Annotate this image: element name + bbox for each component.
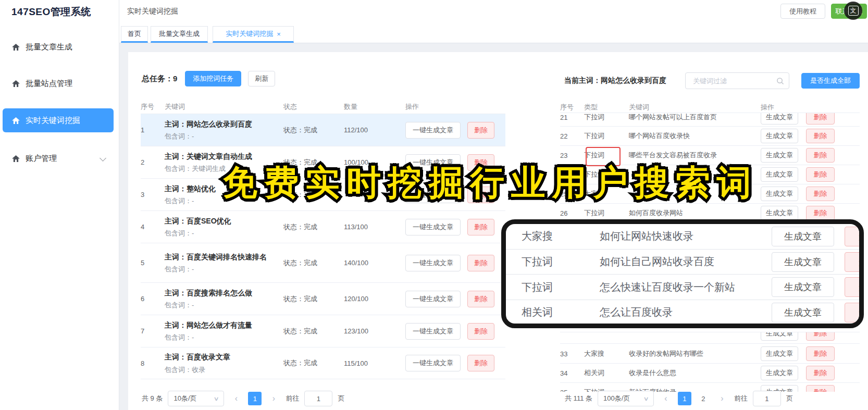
generate-article-button[interactable]: 生成文章 <box>761 366 798 380</box>
generate-article-button[interactable]: 一键生成文章 <box>405 122 461 139</box>
generate-article-button[interactable]: 一键生成文章 <box>405 219 461 235</box>
delete-button[interactable]: 删除 <box>845 252 864 272</box>
table-row[interactable]: 22 下拉词 哪个网站百度收录快 生成文章 删除 <box>560 126 860 145</box>
tab-keyword-mining[interactable]: 实时关键词挖掘 × <box>213 26 294 43</box>
delete-button[interactable]: 删除 <box>806 332 835 341</box>
delete-button[interactable]: 删除 <box>806 385 835 392</box>
delete-button[interactable]: 删除 <box>806 167 835 182</box>
task-status: 状态：完成 <box>283 358 344 368</box>
generate-article-button[interactable]: 一键生成文章 <box>405 291 461 307</box>
search-icon <box>776 77 784 87</box>
table-row[interactable]: 6 主词：百度搜索排名怎么做 包含词：- 状态：完成 120/100 一键生成文… <box>141 282 505 315</box>
generate-article-button[interactable]: 生成文章 <box>761 129 798 143</box>
prev-page-arrow[interactable]: ‹ <box>659 392 673 405</box>
delete-button[interactable]: 删除 <box>845 303 864 322</box>
next-page-arrow[interactable]: › <box>267 392 280 405</box>
delete-button[interactable]: 删除 <box>467 154 494 171</box>
generate-article-button[interactable]: 生成文章 <box>761 206 798 220</box>
sidebar-item-account[interactable]: 账户管理 <box>0 147 119 170</box>
delete-button[interactable]: 删除 <box>467 122 494 139</box>
table-row[interactable]: 2 主词：关键词文章自动生成 包含词：关键词生成 状态：完成 100/100 一… <box>141 146 505 178</box>
generate-article-button[interactable]: 一键生成文章 <box>405 154 461 171</box>
task-keyword: 主词：整站优化 <box>165 183 283 194</box>
page-number[interactable]: 1 <box>248 392 262 405</box>
delete-button[interactable]: 删除 <box>806 346 835 361</box>
delete-button[interactable]: 删除 <box>806 206 835 220</box>
table-row[interactable]: 8 主词：百度收录文章 包含词：收录 状态：完成 115/100 一键生成文章 … <box>141 347 505 379</box>
sidebar-item-keyword-mining[interactable]: 实时关键词挖掘 <box>3 108 114 132</box>
delete-button[interactable]: 删除 <box>806 187 835 201</box>
sidebar-item-site-mgmt[interactable]: 批量站点管理 <box>0 72 119 95</box>
next-page-arrow[interactable]: › <box>715 392 729 405</box>
table-row[interactable]: 生成文章 删除 <box>560 332 860 343</box>
keyword-filter-field[interactable] <box>685 72 789 89</box>
table-row[interactable]: 1 主词：网站怎么收录到百度 包含词：- 状态：完成 112/100 一键生成文… <box>141 114 505 146</box>
generate-article-button[interactable]: 一键生成文章 <box>405 323 461 340</box>
tab-home[interactable]: 首页 <box>121 26 148 43</box>
table-row[interactable]: 24 下拉词 生成文章 删除 <box>560 165 860 184</box>
topbar: 实时关键词挖掘 使用教程 联系客服 文 <box>119 0 868 22</box>
add-task-button[interactable]: 添加挖词任务 <box>185 71 241 86</box>
delete-button[interactable]: 删除 <box>806 113 835 125</box>
generate-article-button[interactable]: 一键生成文章 <box>405 355 461 371</box>
table-row[interactable]: 21 下拉词 哪个网站发帖可以上百度首页 生成文章 删除 <box>560 113 860 126</box>
page-number[interactable]: 2 <box>697 392 710 405</box>
keyword-type: 相关词 <box>522 305 600 319</box>
generate-article-button[interactable]: 生成文章 <box>772 303 834 322</box>
refresh-button[interactable]: 刷新 <box>248 71 275 86</box>
delete-button[interactable]: 删除 <box>806 129 835 143</box>
delete-button[interactable]: 删除 <box>845 277 864 297</box>
keyword-type: 下拉词 <box>584 113 629 122</box>
table-row[interactable]: 3 主词：整站优化 包含词：- 状态：完成 一键生成文章 删除 <box>141 178 505 210</box>
table-row[interactable]: 34 相关词 收录是什么意思 生成文章 删除 <box>560 363 860 382</box>
generate-article-button[interactable]: 生成文章 <box>761 148 798 163</box>
generate-all-button[interactable]: 是否生成全部 <box>801 73 860 89</box>
generate-article-button[interactable]: 生成文章 <box>761 346 798 361</box>
generate-article-button[interactable]: 生成文章 <box>761 167 798 182</box>
delete-button[interactable]: 删除 <box>845 227 864 246</box>
table-row[interactable]: 33 大家搜 收录好的发帖网站有哪些 生成文章 删除 <box>560 343 860 363</box>
task-status: 状态：完成 <box>283 294 344 304</box>
table-row[interactable]: 25 大家搜 生成文章 删除 <box>560 184 860 203</box>
caret-down-icon: ∨ <box>643 395 649 402</box>
delete-button[interactable]: 删除 <box>467 323 494 340</box>
delete-button[interactable]: 删除 <box>467 291 494 307</box>
task-status: 状态：完成 <box>283 258 344 268</box>
goto-page-input[interactable] <box>753 391 781 406</box>
goto-page-input[interactable] <box>304 391 332 406</box>
tab-article-gen[interactable]: 批量文章生成 <box>151 26 208 43</box>
tutorial-button[interactable]: 使用教程 <box>780 4 825 19</box>
delete-button[interactable]: 删除 <box>806 366 835 380</box>
delete-button[interactable]: 删除 <box>467 219 494 235</box>
table-row[interactable]: 7 主词：网站怎么做才有流量 包含词：- 状态：完成 123/100 一键生成文… <box>141 315 505 347</box>
delete-button[interactable]: 删除 <box>467 355 494 371</box>
prev-page-arrow[interactable]: ‹ <box>229 392 243 405</box>
generate-article-button[interactable]: 一键生成文章 <box>405 255 461 271</box>
keyword-text: 哪个网站发帖可以上百度首页 <box>629 113 761 122</box>
keyword-text: 如何百度收录网站 <box>629 208 761 218</box>
page-number[interactable]: 1 <box>678 392 691 405</box>
task-contains: 包含词：- <box>165 132 283 141</box>
delete-button[interactable]: 删除 <box>806 148 835 163</box>
delete-button[interactable]: 删除 <box>467 255 494 271</box>
delete-button[interactable]: 删除 <box>467 187 494 203</box>
generate-article-button[interactable]: 一键生成文章 <box>405 187 461 203</box>
close-icon[interactable]: × <box>277 30 281 38</box>
page-size-select[interactable]: 100条/页 ∨ <box>598 391 654 406</box>
page-size-select[interactable]: 10条/页 ∨ <box>168 391 224 406</box>
keyword-filter-input[interactable] <box>692 77 773 85</box>
translate-widget-icon[interactable]: 文 <box>844 2 862 20</box>
callout-row: 相关词 怎么让百度收录 生成文章 删除 <box>506 300 859 325</box>
generate-article-button[interactable]: 生成文章 <box>772 252 834 272</box>
table-row[interactable]: 4 主词：百度SEO优化 包含词：- 状态：完成 113/100 一键生成文章 … <box>141 210 505 243</box>
task-keyword: 主词：百度SEO优化 <box>165 216 283 226</box>
generate-article-button[interactable]: 生成文章 <box>761 332 798 341</box>
task-keyword: 主词：关键词文章自动生成 <box>165 151 283 161</box>
row-index: 33 <box>560 350 584 358</box>
sidebar-item-article-gen[interactable]: 批量文章生成 <box>0 35 119 58</box>
generate-article-button[interactable]: 生成文章 <box>761 113 798 125</box>
generate-article-button[interactable]: 生成文章 <box>772 227 834 246</box>
table-row[interactable]: 5 主词：百度关键词排名快速排名 包含词：- 状态：完成 140/100 一键生… <box>141 243 505 282</box>
generate-article-button[interactable]: 生成文章 <box>772 277 834 297</box>
generate-article-button[interactable]: 生成文章 <box>761 187 798 201</box>
